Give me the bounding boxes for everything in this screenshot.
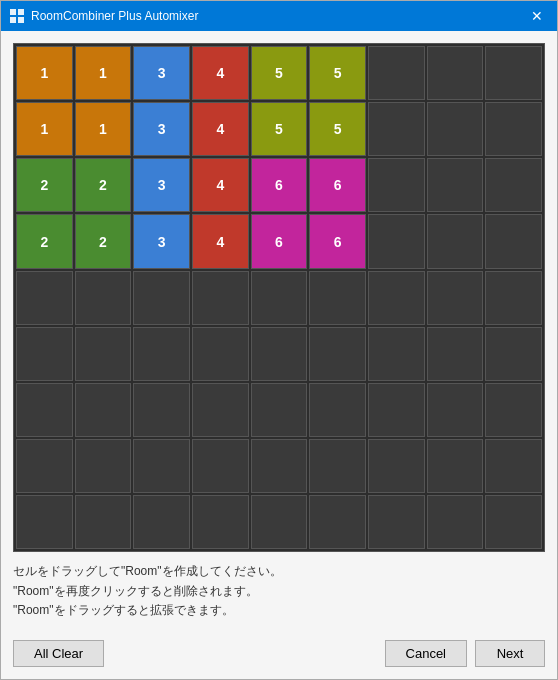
grid-cell[interactable] [75, 271, 132, 325]
grid-cell[interactable] [427, 383, 484, 437]
grid-cell[interactable] [133, 495, 190, 549]
grid-cell[interactable] [485, 383, 542, 437]
grid-cell[interactable] [75, 327, 132, 381]
grid-cell[interactable] [309, 439, 366, 493]
grid-cell[interactable] [427, 102, 484, 156]
grid-cell[interactable] [427, 327, 484, 381]
grid-cell[interactable]: 1 [75, 102, 132, 156]
footer: All Clear Cancel Next [1, 632, 557, 679]
grid-cell[interactable] [251, 439, 308, 493]
grid-cell[interactable] [368, 271, 425, 325]
grid-cell[interactable]: 4 [192, 102, 249, 156]
grid-cell[interactable]: 2 [75, 214, 132, 268]
grid-cell[interactable] [368, 327, 425, 381]
cancel-button[interactable]: Cancel [385, 640, 467, 667]
content-area: 113455113455223466223466 セルをドラッグして"Room"… [1, 31, 557, 632]
grid-cell[interactable] [251, 327, 308, 381]
grid-cell[interactable] [192, 439, 249, 493]
grid-cell[interactable] [485, 46, 542, 100]
next-button[interactable]: Next [475, 640, 545, 667]
title-bar: RoomCombiner Plus Automixer ✕ [1, 1, 557, 31]
grid-cell[interactable] [309, 271, 366, 325]
svg-rect-1 [18, 9, 24, 15]
grid-cell[interactable]: 2 [16, 158, 73, 212]
grid-cell[interactable] [368, 439, 425, 493]
grid-cell[interactable] [427, 214, 484, 268]
room-grid[interactable]: 113455113455223466223466 [13, 43, 545, 552]
svg-rect-2 [10, 17, 16, 23]
grid-cell[interactable] [75, 495, 132, 549]
grid-cell[interactable] [192, 271, 249, 325]
grid-cell[interactable] [427, 439, 484, 493]
grid-cell[interactable] [309, 495, 366, 549]
grid-cell[interactable]: 3 [133, 214, 190, 268]
grid-cell[interactable] [485, 327, 542, 381]
grid-cell[interactable] [133, 327, 190, 381]
grid-cell[interactable] [309, 327, 366, 381]
grid-cell[interactable] [192, 495, 249, 549]
grid-cell[interactable] [75, 439, 132, 493]
grid-cell[interactable]: 4 [192, 214, 249, 268]
grid-cell[interactable]: 1 [16, 102, 73, 156]
grid-cell[interactable]: 5 [309, 102, 366, 156]
grid-cell[interactable] [485, 102, 542, 156]
grid-cell[interactable] [368, 383, 425, 437]
grid-cell[interactable]: 4 [192, 46, 249, 100]
grid-cell[interactable]: 5 [251, 102, 308, 156]
grid-cell[interactable]: 5 [309, 46, 366, 100]
grid-cell[interactable] [368, 46, 425, 100]
grid-cell[interactable]: 1 [16, 46, 73, 100]
grid-cell[interactable]: 2 [75, 158, 132, 212]
grid-cell[interactable] [192, 327, 249, 381]
grid-cell[interactable] [251, 383, 308, 437]
grid-cell[interactable] [133, 383, 190, 437]
grid-cell[interactable]: 2 [16, 214, 73, 268]
grid-cell[interactable] [485, 271, 542, 325]
grid-cell[interactable]: 6 [309, 158, 366, 212]
grid-cell[interactable] [16, 383, 73, 437]
window-title: RoomCombiner Plus Automixer [31, 9, 525, 23]
grid-cell[interactable]: 1 [75, 46, 132, 100]
grid-cell[interactable] [309, 383, 366, 437]
close-button[interactable]: ✕ [525, 4, 549, 28]
grid-cell[interactable] [251, 495, 308, 549]
grid-cell[interactable] [485, 214, 542, 268]
instruction-line3: "Room"をドラッグすると拡張できます。 [13, 601, 545, 620]
grid-cell[interactable]: 4 [192, 158, 249, 212]
grid-cell[interactable] [368, 214, 425, 268]
grid-cell[interactable] [368, 158, 425, 212]
footer-right-buttons: Cancel Next [385, 640, 545, 667]
grid-cell[interactable] [427, 158, 484, 212]
grid-cell[interactable]: 6 [251, 214, 308, 268]
grid-cell[interactable] [368, 495, 425, 549]
grid-cell[interactable] [251, 271, 308, 325]
app-icon [9, 8, 25, 24]
grid-cell[interactable]: 6 [309, 214, 366, 268]
grid-cell[interactable] [16, 495, 73, 549]
grid-cell[interactable] [16, 271, 73, 325]
grid-cell[interactable]: 3 [133, 158, 190, 212]
grid-cell[interactable] [16, 327, 73, 381]
instructions-text: セルをドラッグして"Room"を作成してください。 "Room"を再度クリックす… [13, 562, 545, 620]
grid-cell[interactable] [192, 383, 249, 437]
main-window: RoomCombiner Plus Automixer ✕ 1134551134… [0, 0, 558, 680]
grid-cell[interactable] [75, 383, 132, 437]
grid-cell[interactable] [485, 158, 542, 212]
instruction-line2: "Room"を再度クリックすると削除されます。 [13, 582, 545, 601]
grid-cell[interactable] [485, 439, 542, 493]
grid-cell[interactable]: 6 [251, 158, 308, 212]
grid-cell[interactable]: 3 [133, 46, 190, 100]
grid-cell[interactable] [133, 439, 190, 493]
grid-cell[interactable]: 5 [251, 46, 308, 100]
grid-cell[interactable] [427, 46, 484, 100]
grid-cell[interactable] [133, 271, 190, 325]
grid-cell[interactable] [427, 271, 484, 325]
svg-rect-0 [10, 9, 16, 15]
grid-cell[interactable] [16, 439, 73, 493]
grid-cell[interactable]: 3 [133, 102, 190, 156]
grid-cell[interactable] [427, 495, 484, 549]
grid-cell[interactable] [368, 102, 425, 156]
all-clear-button[interactable]: All Clear [13, 640, 104, 667]
grid-cell[interactable] [485, 495, 542, 549]
instruction-line1: セルをドラッグして"Room"を作成してください。 [13, 562, 545, 581]
